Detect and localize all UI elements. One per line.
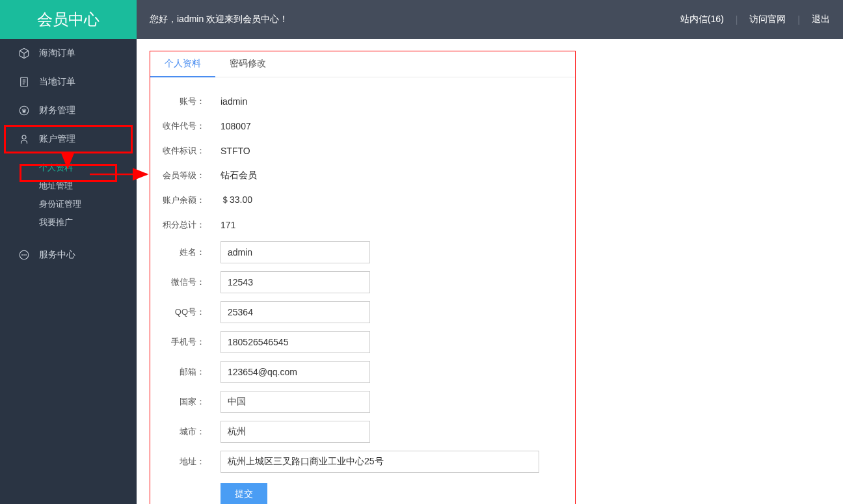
- sidebar-item-label: 账户管理: [39, 133, 75, 145]
- svg-point-9: [26, 255, 27, 256]
- tab-profile[interactable]: 个人资料: [150, 51, 215, 77]
- box-icon: [18, 47, 30, 59]
- value-member-level: 钻石会员: [213, 170, 257, 181]
- input-phone[interactable]: [221, 331, 370, 353]
- profile-panel: 个人资料 密码修改 账号： iadmin 收件代号： 108007 收件标识： …: [150, 51, 576, 504]
- label-receipt-code: 收件代号：: [157, 120, 213, 132]
- sidebar-item-label: 财务管理: [39, 105, 75, 116]
- sidebar-item-label: 海淘订单: [39, 47, 75, 59]
- label-balance: 账户余额：: [157, 194, 213, 206]
- divider: |: [797, 14, 800, 25]
- sidebar-item-label: 当地订单: [39, 76, 75, 88]
- tab-password[interactable]: 密码修改: [215, 51, 280, 77]
- logout-link[interactable]: 退出: [812, 14, 830, 25]
- sidebar-item-finance[interactable]: 财务管理: [0, 96, 137, 125]
- sidebar-item-account[interactable]: 账户管理: [0, 125, 137, 153]
- value-receipt-id: STFTO: [213, 146, 250, 156]
- label-phone: 手机号：: [157, 336, 213, 348]
- svg-point-5: [22, 135, 26, 139]
- sidebar-item-local[interactable]: 当地订单: [0, 68, 137, 96]
- sidebar-subitem-label: 个人资料: [39, 162, 73, 174]
- label-qq: QQ号：: [157, 306, 213, 318]
- sidebar-item-label: 服务中心: [39, 249, 75, 261]
- label-name: 姓名：: [157, 246, 213, 258]
- sidebar-subitem-label: 地址管理: [39, 180, 73, 192]
- topbar: 您好，iadmin 欢迎来到会员中心！ 站内信(16) | 访问官网 | 退出: [137, 0, 843, 39]
- user-icon: [18, 133, 30, 145]
- sidebar-subitem-address[interactable]: 地址管理: [0, 177, 137, 195]
- input-name[interactable]: [221, 241, 370, 263]
- label-address: 地址：: [157, 456, 213, 468]
- money-icon: [18, 105, 30, 116]
- value-receipt-code: 108007: [213, 121, 251, 131]
- input-address[interactable]: [221, 451, 539, 473]
- svg-point-8: [24, 255, 25, 256]
- sidebar-subitem-promote[interactable]: 我要推广: [0, 213, 137, 232]
- value-balance: ＄33.00: [213, 194, 252, 206]
- form-area: 账号： iadmin 收件代号： 108007 收件标识： STFTO 会员等级…: [150, 77, 575, 504]
- divider: |: [736, 14, 738, 25]
- submit-button[interactable]: 提交: [221, 483, 267, 504]
- value-account: iadmin: [213, 96, 247, 107]
- label-wechat: 微信号：: [157, 276, 213, 288]
- label-points: 积分总计：: [157, 219, 213, 231]
- svg-point-7: [22, 255, 23, 256]
- sidebar-subitem-idcard[interactable]: 身份证管理: [0, 195, 137, 213]
- label-city: 城市：: [157, 426, 213, 438]
- sidebar-item-haitao[interactable]: 海淘订单: [0, 39, 137, 68]
- input-email[interactable]: [221, 361, 370, 383]
- tabs: 个人资料 密码修改: [150, 51, 575, 77]
- inbox-link[interactable]: 站内信(16): [680, 14, 724, 25]
- label-country: 国家：: [157, 396, 213, 408]
- website-link[interactable]: 访问官网: [749, 14, 786, 25]
- input-country[interactable]: [221, 391, 370, 413]
- document-icon: [18, 76, 30, 88]
- sidebar-subitem-label: 我要推广: [39, 217, 73, 228]
- input-city[interactable]: [221, 421, 370, 443]
- sidebar-item-service[interactable]: 服务中心: [0, 241, 137, 269]
- input-wechat[interactable]: [221, 271, 370, 293]
- input-qq[interactable]: [221, 301, 370, 323]
- label-account: 账号：: [157, 96, 213, 107]
- greeting-text: 您好，iadmin 欢迎来到会员中心！: [150, 14, 288, 25]
- content-area: 个人资料 密码修改 账号： iadmin 收件代号： 108007 收件标识： …: [137, 39, 843, 504]
- label-member-level: 会员等级：: [157, 170, 213, 181]
- sidebar: 会员中心 海淘订单 当地订单 财务管理 账户管: [0, 0, 137, 504]
- label-receipt-id: 收件标识：: [157, 145, 213, 157]
- label-email: 邮箱：: [157, 366, 213, 378]
- sidebar-subitem-profile[interactable]: 个人资料: [0, 159, 137, 177]
- brand-title: 会员中心: [0, 0, 137, 39]
- chat-icon: [18, 249, 30, 261]
- value-points: 171: [213, 220, 235, 230]
- sidebar-subitem-label: 身份证管理: [39, 198, 81, 210]
